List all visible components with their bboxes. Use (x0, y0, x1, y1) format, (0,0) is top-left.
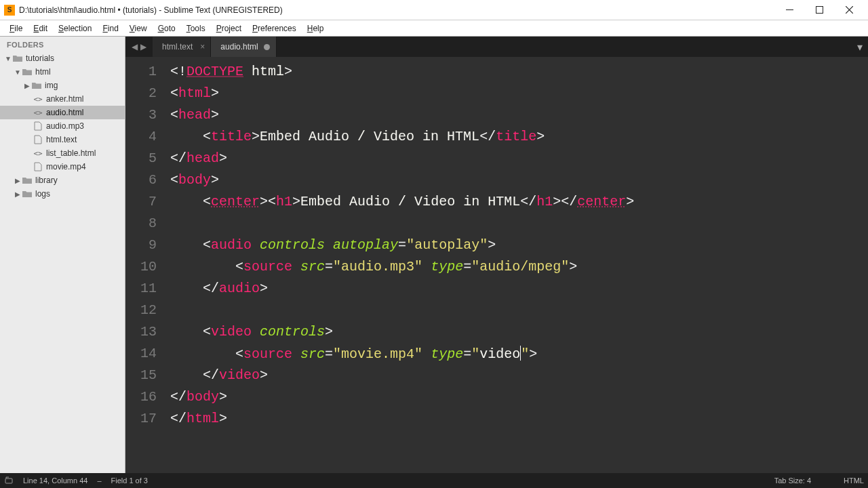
folder-icon (22, 67, 33, 77)
status-position[interactable]: Line 14, Column 44 (23, 476, 87, 485)
folder-html[interactable]: ▼html (0, 65, 125, 79)
code-line-7[interactable]: <center><h1>Embed Audio / Video in HTML<… (170, 191, 868, 213)
menu-file[interactable]: File (4, 22, 28, 35)
app-icon: S (4, 5, 15, 16)
maximize-button[interactable] (804, 1, 834, 20)
code-line-11[interactable]: </audio> (170, 278, 868, 300)
sidebar-header: FOLDERS (0, 37, 125, 52)
file-audio.html[interactable]: <>audio.html (0, 106, 125, 119)
menu-tools[interactable]: Tools (181, 22, 211, 35)
file-icon: <> (33, 148, 43, 158)
tab-history-nav[interactable]: ◀ ▶ (125, 37, 153, 57)
code-line-12[interactable] (170, 300, 868, 321)
disclosure-icon[interactable]: ▼ (4, 55, 12, 62)
code-area[interactable]: 1234567891011121314151617 <!DOCTYPE html… (125, 57, 868, 473)
folder-tree: ▼tutorials▼html▶img<>anker.html<>audio.h… (0, 52, 125, 473)
status-bar: Line 14, Column 44 – Field 1 of 3 Tab Si… (0, 473, 868, 488)
folder-icon (22, 189, 33, 199)
status-field: Field 1 of 3 (111, 476, 148, 485)
code-line-8[interactable] (170, 213, 868, 235)
code-line-3[interactable]: <head> (170, 104, 868, 126)
folder-icon (31, 81, 42, 90)
status-tabsize[interactable]: Tab Size: 4 (774, 476, 811, 485)
close-icon[interactable]: × (200, 42, 205, 52)
tab-label: audio.html (220, 42, 258, 52)
disclosure-icon[interactable]: ▶ (23, 82, 31, 89)
menu-view[interactable]: View (124, 22, 153, 35)
tree-label: tutorials (26, 54, 54, 63)
window-title: D:\tutorials\html\audio.html • (tutorial… (19, 5, 774, 15)
tree-label: audio.mp3 (46, 121, 84, 131)
menu-selection[interactable]: Selection (53, 22, 97, 35)
code-line-2[interactable]: <html> (170, 83, 868, 104)
menu-find[interactable]: Find (97, 22, 123, 35)
file-audio.mp3[interactable]: audio.mp3 (0, 119, 125, 133)
svg-rect-1 (5, 479, 12, 483)
file-icon: <> (33, 108, 43, 117)
file-icon: <> (33, 94, 43, 104)
tree-label: logs (35, 189, 50, 199)
tree-label: html (35, 67, 51, 77)
code-line-10[interactable]: <source src="audio.mp3" type="audio/mpeg… (170, 256, 868, 278)
code-line-1[interactable]: <!DOCTYPE html> (170, 61, 868, 83)
status-icon (4, 476, 14, 485)
menu-goto[interactable]: Goto (153, 22, 181, 35)
disclosure-icon[interactable]: ▶ (14, 177, 22, 184)
code-content[interactable]: <!DOCTYPE html><html><head> <title>Embed… (166, 57, 868, 473)
tab-bar: ◀ ▶ html.text×audio.html ▾ (125, 37, 868, 57)
editor: ◀ ▶ html.text×audio.html ▾ 1234567891011… (125, 37, 868, 473)
file-icon (33, 162, 43, 171)
line-gutter: 1234567891011121314151617 (125, 57, 166, 473)
tab-overflow-button[interactable]: ▾ (852, 37, 868, 57)
code-line-5[interactable]: </head> (170, 148, 868, 169)
tree-label: list_table.html (46, 148, 96, 158)
menu-project[interactable]: Project (211, 22, 247, 35)
code-line-6[interactable]: <body> (170, 169, 868, 191)
file-icon (33, 135, 43, 144)
disclosure-icon[interactable]: ▼ (14, 68, 22, 76)
menu-bar: FileEditSelectionFindViewGotoToolsProjec… (0, 20, 868, 37)
file-html.text[interactable]: html.text (0, 133, 125, 146)
file-anker.html[interactable]: <>anker.html (0, 92, 125, 106)
tab-audio-html[interactable]: audio.html (211, 37, 276, 57)
text-caret (520, 346, 521, 361)
tree-label: audio.html (46, 108, 83, 117)
folder-logs[interactable]: ▶logs (0, 187, 125, 201)
disclosure-icon[interactable]: ▶ (14, 190, 22, 198)
folder-tutorials[interactable]: ▼tutorials (0, 52, 125, 65)
folder-icon (12, 54, 23, 63)
tab-html-text[interactable]: html.text× (153, 37, 211, 57)
tree-label: html.text (46, 135, 77, 144)
code-line-4[interactable]: <title>Embed Audio / Video in HTML</titl… (170, 126, 868, 148)
dirty-indicator-icon (264, 44, 270, 50)
code-line-14[interactable]: <source src="movie.mp4" type="video"> (170, 343, 868, 365)
folder-img[interactable]: ▶img (0, 79, 125, 92)
code-line-13[interactable]: <video controls> (170, 321, 868, 343)
menu-help[interactable]: Help (302, 22, 330, 35)
tab-label: html.text (162, 42, 193, 52)
svg-rect-0 (816, 7, 823, 14)
status-syntax[interactable]: HTML (844, 476, 864, 485)
minimize-button[interactable] (774, 1, 804, 20)
tree-label: library (35, 176, 58, 185)
code-line-9[interactable]: <audio controls autoplay="autoplay"> (170, 235, 868, 256)
folder-library[interactable]: ▶library (0, 174, 125, 187)
sidebar: FOLDERS ▼tutorials▼html▶img<>anker.html<… (0, 37, 125, 473)
code-line-15[interactable]: </video> (170, 365, 868, 386)
tree-label: movie.mp4 (46, 162, 86, 171)
code-line-17[interactable]: </html> (170, 408, 868, 430)
folder-icon (22, 176, 33, 185)
tree-label: img (45, 81, 58, 90)
file-icon (33, 121, 43, 131)
file-movie.mp4[interactable]: movie.mp4 (0, 160, 125, 174)
code-line-16[interactable]: </body> (170, 386, 868, 408)
menu-preferences[interactable]: Preferences (247, 22, 302, 35)
tree-label: anker.html (46, 94, 83, 104)
menu-edit[interactable]: Edit (28, 22, 53, 35)
file-list_table.html[interactable]: <>list_table.html (0, 146, 125, 160)
close-button[interactable] (834, 1, 864, 20)
window-titlebar: S D:\tutorials\html\audio.html • (tutori… (0, 0, 868, 20)
